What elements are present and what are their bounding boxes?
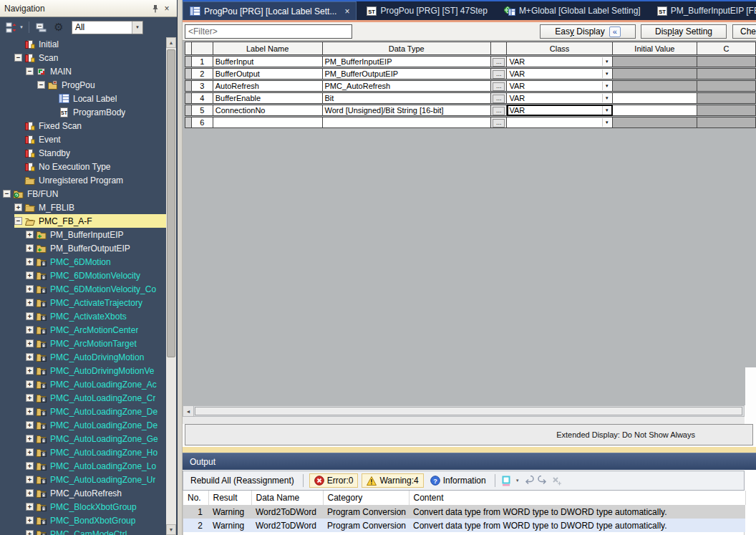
- warning-filter-toggle[interactable]: Warning:4: [362, 473, 423, 488]
- pin-icon[interactable]: [150, 3, 161, 14]
- tree-item-pm-bufferinputeip[interactable]: +PM_BufferInputEIP: [0, 228, 167, 241]
- data-type-cell[interactable]: Bit: [323, 92, 491, 104]
- tree-item-pmc-autoloadingzone-ac[interactable]: +PMC_AutoLoadingZone_Ac: [0, 377, 167, 391]
- expand-toggle-icon[interactable]: +: [26, 353, 34, 361]
- tree-item-event[interactable]: Event: [0, 132, 167, 146]
- tree-item-pmc-autoloadingzone-cr[interactable]: +PMC_AutoLoadingZone_Cr: [0, 391, 167, 405]
- initial-value-cell[interactable]: [613, 105, 697, 116]
- check-button[interactable]: Check: [732, 24, 756, 39]
- tree-item-pmc-autodrivingmotionve[interactable]: +PMC_AutoDrivingMotionVe: [0, 364, 167, 377]
- tree-item-pmc-autoloadingzone-ge[interactable]: +PMC_AutoLoadingZone_Ge: [0, 432, 167, 445]
- expand-toggle-icon[interactable]: +: [26, 339, 34, 347]
- gear-icon[interactable]: ⚙: [52, 21, 66, 34]
- tree-item-pmc-activatexbots[interactable]: +PMC_ActivateXbots: [0, 309, 167, 323]
- chevron-down-icon[interactable]: ▼: [19, 25, 24, 29]
- tree-item-pmc-activatetrajectory[interactable]: +PMC_ActivateTrajectory: [0, 296, 167, 309]
- browse-type-button[interactable]: ...: [493, 119, 505, 127]
- label-name-cell[interactable]: BufferOutput: [213, 68, 323, 79]
- tree-item-pmc-autoloadingzone-de[interactable]: +PMC_AutoLoadingZone_De: [0, 405, 167, 418]
- row-number[interactable]: 3: [192, 80, 213, 92]
- output-panel-header[interactable]: Output: [183, 453, 756, 470]
- expand-toggle-icon[interactable]: +: [26, 380, 34, 388]
- scroll-down-icon[interactable]: ▼: [166, 524, 176, 535]
- tree-item-pmc-autoloadingzone-ho[interactable]: +PMC_AutoLoadingZone_Ho: [0, 445, 167, 459]
- more-header[interactable]: [491, 42, 507, 55]
- class-cell[interactable]: VAR▼: [507, 80, 612, 92]
- tree-item-pmc-arcmotioncenter[interactable]: +PMC_ArcMotionCenter: [0, 323, 167, 337]
- comment-header[interactable]: C: [697, 42, 756, 55]
- filter-input[interactable]: [185, 24, 352, 39]
- dropdown-arrow-icon[interactable]: ▼: [602, 82, 611, 90]
- expand-toggle-icon[interactable]: +: [26, 516, 34, 524]
- output-row[interactable]: 2WarningWord2ToDWordProgram ConversionCo…: [183, 519, 745, 532]
- tree-item-pmc-autoloadingzone-ur[interactable]: +PMC_AutoLoadingZone_Ur: [0, 473, 167, 486]
- gutter-header[interactable]: [185, 42, 192, 55]
- easy-display-button[interactable]: Easy Display «: [540, 24, 636, 39]
- expand-toggle-icon[interactable]: +: [26, 285, 34, 293]
- output-row[interactable]: 1WarningWord2ToDWordProgram ConversionCo…: [183, 505, 745, 519]
- expand-toggle-icon[interactable]: +: [26, 503, 34, 511]
- tree-item-main[interactable]: −MAIN: [0, 64, 167, 78]
- scroll-up-icon[interactable]: ▲: [166, 37, 176, 48]
- tree-item-progpou[interactable]: −ProgPou: [0, 78, 167, 92]
- tree-item-pmc-6dmotionvelocity[interactable]: +PMC_6DMotionVelocity: [0, 269, 167, 282]
- initial-value-header[interactable]: Initial Value: [613, 42, 697, 55]
- expand-toggle-icon[interactable]: +: [26, 476, 34, 483]
- tree-item-programbody[interactable]: STProgramBody: [0, 105, 167, 119]
- dropdown-arrow-icon[interactable]: ▼: [602, 106, 611, 115]
- navigation-scrollbar[interactable]: ▲ ▼: [166, 37, 176, 535]
- data-type-cell[interactable]: PMC_AutoRefresh: [323, 80, 491, 92]
- browse-type-button[interactable]: ...: [493, 95, 505, 103]
- class-cell[interactable]: VAR▼: [507, 105, 612, 116]
- expand-toggle-icon[interactable]: +: [26, 530, 34, 535]
- row-number[interactable]: 4: [192, 92, 213, 104]
- label-name-cell[interactable]: BufferInput: [213, 56, 323, 67]
- label-name-header[interactable]: Label Name: [213, 42, 323, 55]
- tree-item-pmc-6dmotionvelocity-co[interactable]: +PMC_6DMotionVelocity_Co: [0, 282, 167, 296]
- display-setting-button[interactable]: Display Setting: [641, 24, 727, 39]
- initial-value-cell[interactable]: [613, 56, 697, 67]
- label-name-cell[interactable]: ConnectionNo: [213, 105, 323, 116]
- expand-toggle-icon[interactable]: +: [26, 367, 34, 375]
- expand-toggle-icon[interactable]: +: [26, 462, 34, 470]
- horizontal-scrollbar[interactable]: ◄: [183, 405, 745, 417]
- output-header-data-name[interactable]: Data Name: [251, 491, 323, 505]
- row-selector[interactable]: [185, 68, 192, 79]
- expand-toggle-icon[interactable]: +: [26, 421, 34, 429]
- tab-close-icon[interactable]: ×: [344, 6, 349, 16]
- expand-toggle-icon[interactable]: +: [26, 299, 34, 307]
- tree-item-pmc-autorefresh[interactable]: +PMC_AutoRefresh: [0, 486, 167, 500]
- data-type-cell[interactable]: [323, 117, 491, 128]
- initial-value-cell[interactable]: [613, 117, 697, 128]
- collapse-toggle-icon[interactable]: −: [14, 217, 22, 225]
- tree-item-standby[interactable]: Standby: [0, 146, 167, 160]
- expand-toggle-icon[interactable]: +: [26, 231, 34, 238]
- output-header-no[interactable]: No.: [183, 491, 208, 505]
- expand-toggle-icon[interactable]: +: [26, 435, 34, 443]
- row-selector[interactable]: [185, 56, 192, 67]
- collapse-toggle-icon[interactable]: −: [14, 54, 22, 62]
- row-selector[interactable]: [185, 105, 192, 116]
- tree-item-pmc-arcmotiontarget[interactable]: +PMC_ArcMotionTarget: [0, 337, 167, 350]
- tree-item-pmc-cammodectrl[interactable]: +PMC_CamModeCtrl: [0, 527, 167, 535]
- row-number[interactable]: 6: [192, 117, 213, 128]
- label-name-cell[interactable]: BufferEnable: [213, 92, 323, 104]
- tree-item-fixed-scan[interactable]: Fixed Scan: [0, 119, 167, 132]
- initial-value-cell[interactable]: [613, 68, 697, 79]
- tree-item-pmc-blockxbotgroup[interactable]: +PMC_BlockXbotGroup: [0, 500, 167, 514]
- class-cell[interactable]: VAR▼: [507, 92, 612, 104]
- scroll-left-icon[interactable]: ◄: [183, 406, 194, 416]
- scrollbar-thumb[interactable]: [167, 49, 175, 357]
- browse-type-button[interactable]: ...: [493, 82, 505, 91]
- tab-pm-bufferinputeip-fb-st-2[interactable]: STPM_BufferInputEIP [FB] [ST] (2: [651, 1, 756, 20]
- dropdown-arrow-icon[interactable]: ▼: [602, 94, 611, 102]
- tab-progpou-prg-local-label-sett[interactable]: ProgPou [PRG] [Local Label Sett...×: [183, 1, 357, 20]
- error-filter-toggle[interactable]: Error:0: [309, 473, 359, 488]
- tree-item-local-label[interactable]: Local Label: [0, 92, 167, 105]
- expand-toggle-icon[interactable]: +: [26, 448, 34, 456]
- dropdown-arrow-icon[interactable]: ▼: [602, 57, 611, 66]
- label-name-cell[interactable]: AutoRefresh: [213, 80, 323, 92]
- row-selector[interactable]: [185, 92, 192, 104]
- tree-item-fb-fun[interactable]: −FB/FUN: [0, 187, 167, 201]
- collapse-columns-icon[interactable]: «: [609, 26, 621, 37]
